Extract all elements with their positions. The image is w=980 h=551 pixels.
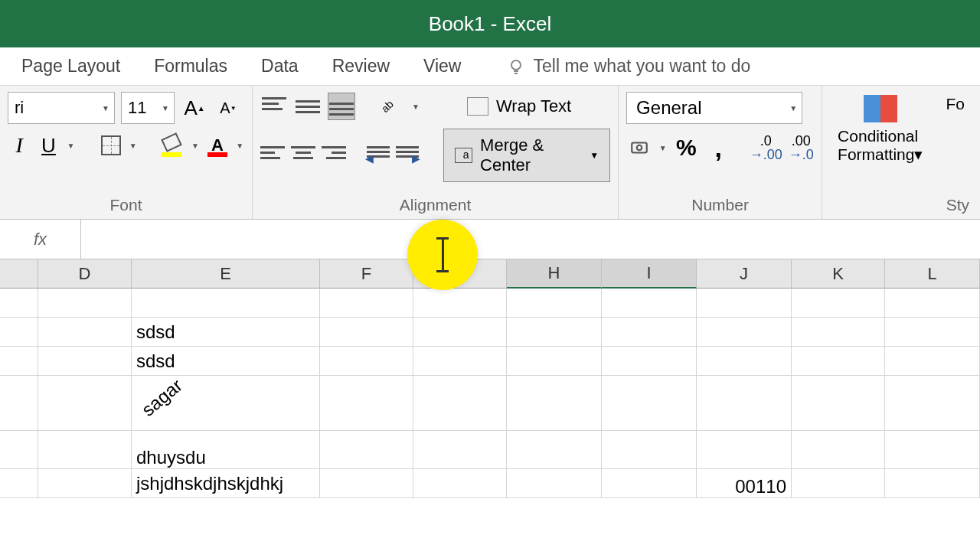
wrap-text-button[interactable]: Wrap Text [456,92,582,121]
merge-center-button[interactable]: Merge & Center ▼ [443,129,610,182]
cell[interactable] [413,469,507,498]
cell[interactable] [507,431,602,469]
underline-button[interactable]: U [37,132,60,159]
col-header-H[interactable]: H [507,259,602,289]
orientation-dropdown[interactable]: ▼ [410,103,421,111]
increase-indent-button[interactable]: ▶ [396,142,420,169]
decrease-decimal-button[interactable]: .00→.0 [788,132,814,164]
cell[interactable] [602,289,697,318]
cell-E4[interactable]: sagar [132,376,320,431]
increase-font-size-button[interactable]: A▲ [181,94,208,122]
tab-page-layout[interactable]: Page Layout [5,47,137,86]
fx-label[interactable]: fx [0,220,81,259]
cell[interactable] [792,469,885,498]
italic-button[interactable]: I [8,132,31,159]
cell[interactable] [0,376,38,431]
number-format-dropdown[interactable]: General ▼ [626,92,802,124]
cell-E6[interactable]: jshjdhskdjhskjdhkj [132,469,320,498]
font-color-dropdown[interactable]: ▼ [235,142,244,150]
cell[interactable] [885,289,980,318]
tab-view[interactable]: View [407,47,478,86]
tab-review[interactable]: Review [315,47,407,86]
cell[interactable] [0,469,38,498]
col-header-J[interactable]: J [697,259,792,289]
cell[interactable] [413,318,507,347]
cell[interactable] [697,431,792,469]
cell[interactable] [320,318,413,347]
cell-J6[interactable]: 00110 [697,469,792,498]
col-header-I[interactable]: I [602,259,697,289]
align-right-button[interactable] [322,142,346,169]
col-header-E[interactable]: E [132,259,320,289]
tab-data[interactable]: Data [244,47,315,86]
cell[interactable] [697,318,792,347]
col-header-F[interactable]: F [320,259,413,289]
col-header-stub[interactable] [0,259,38,289]
cell[interactable] [132,289,320,318]
underline-dropdown[interactable]: ▼ [67,142,76,150]
cell[interactable] [602,347,697,376]
cell[interactable] [697,376,792,431]
orientation-button[interactable] [377,93,404,120]
decrease-indent-button[interactable]: ◀ [366,142,390,169]
cell[interactable] [38,347,132,376]
cell[interactable] [413,376,507,431]
formula-input[interactable] [81,220,980,259]
cell[interactable] [507,376,602,431]
cell[interactable] [885,469,980,498]
comma-style-button[interactable]: , [705,132,731,164]
cell[interactable] [38,376,132,431]
align-bottom-button[interactable] [328,93,355,120]
align-top-button[interactable] [260,93,288,120]
cell[interactable] [320,376,413,431]
tell-me-search[interactable]: Tell me what you want to do [478,56,750,77]
cell[interactable] [320,347,413,376]
align-left-button[interactable] [260,142,285,169]
cell[interactable] [602,469,697,498]
cell[interactable] [792,431,885,469]
cell[interactable] [885,347,980,376]
font-name-dropdown[interactable]: ri ▼ [8,92,115,124]
cell[interactable] [697,347,792,376]
font-color-button[interactable]: A [206,132,229,159]
fill-color-dropdown[interactable]: ▼ [191,142,200,150]
cell[interactable] [320,469,413,498]
borders-dropdown[interactable]: ▼ [129,142,138,150]
cell[interactable] [602,318,697,347]
cell[interactable] [507,318,602,347]
cell[interactable] [792,289,885,318]
cell[interactable] [792,347,885,376]
col-header-D[interactable]: D [38,259,132,289]
cell[interactable] [792,376,885,431]
cell[interactable] [38,289,132,318]
align-center-button[interactable] [291,142,315,169]
cell[interactable] [507,289,602,318]
cell[interactable] [507,469,602,498]
cell[interactable] [792,318,885,347]
cell[interactable] [320,431,413,469]
borders-button[interactable] [100,132,122,159]
cell[interactable] [0,289,38,318]
cell[interactable] [602,376,697,431]
format-as-table-button[interactable]: Fo [938,92,972,193]
cell-E5[interactable]: dhuysdu [132,431,320,469]
cell[interactable] [697,289,792,318]
col-header-L[interactable]: L [885,259,980,289]
cell[interactable] [602,431,697,469]
cell[interactable] [0,318,38,347]
cell[interactable] [38,318,132,347]
tab-formulas[interactable]: Formulas [137,47,244,86]
cell[interactable] [413,431,507,469]
cell[interactable] [885,431,980,469]
conditional-formatting-button[interactable]: ConditionalFormatting▾ [830,92,930,193]
cell[interactable] [413,347,507,376]
cell[interactable] [0,431,38,469]
percent-button[interactable]: % [673,132,699,164]
align-middle-button[interactable] [294,93,322,120]
cell-E2[interactable]: sdsd [132,318,320,347]
cell[interactable] [320,289,413,318]
accounting-format-button[interactable] [626,132,652,164]
increase-decimal-button[interactable]: .0→.00 [750,132,782,164]
cell[interactable] [413,289,507,318]
cell[interactable] [0,347,38,376]
